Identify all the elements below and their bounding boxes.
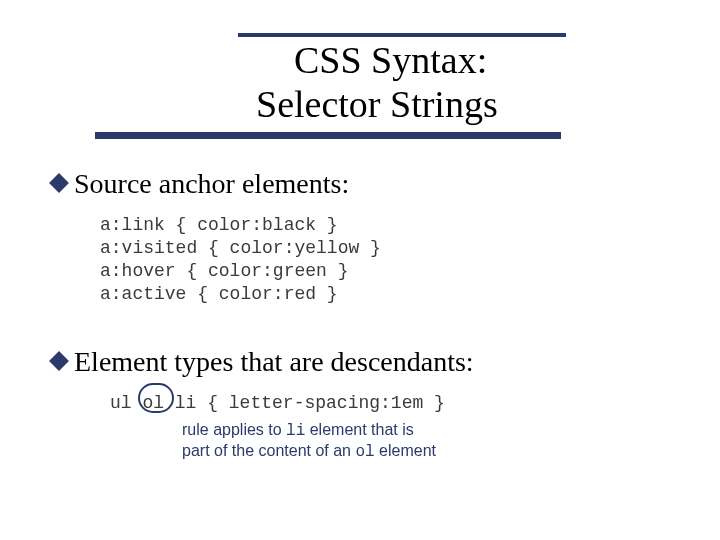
code-line: a:visited { color:yellow } (100, 237, 381, 260)
annotation-text-part: part of the content of an (182, 442, 355, 459)
annotation-line-1: rule applies to li element that is (182, 420, 436, 441)
title-line-1: CSS Syntax: (238, 38, 660, 82)
diamond-icon (49, 173, 69, 193)
annotation-code-li: li (286, 422, 305, 440)
annotation-text-part: element that is (305, 421, 414, 438)
diamond-icon (49, 351, 69, 371)
code-line: a:active { color:red } (100, 283, 381, 306)
code-line: a:hover { color:green } (100, 260, 381, 283)
bullet-1-text: Source anchor elements: (74, 168, 349, 199)
code-example-descendant: ul ol li { letter-spacing:1em } (110, 393, 445, 413)
annotation-code-ol: ol (355, 443, 374, 461)
bullet-1: Source anchor elements: (52, 168, 349, 200)
title-rule-top (238, 33, 566, 37)
slide-title: CSS Syntax: Selector Strings (238, 38, 660, 126)
title-line-2: Selector Strings (238, 82, 660, 126)
annotation-text-part: rule applies to (182, 421, 286, 438)
code-example-anchors: a:link { color:black } a:visited { color… (100, 214, 381, 306)
title-rule-bottom (95, 132, 561, 139)
bullet-2: Element types that are descendants: (52, 346, 474, 378)
annotation-text-part: element (375, 442, 436, 459)
bullet-2-text: Element types that are descendants: (74, 346, 474, 377)
code-line: a:link { color:black } (100, 214, 381, 237)
annotation-line-2: part of the content of an ol element (182, 441, 436, 462)
annotation-text: rule applies to li element that is part … (182, 420, 436, 462)
